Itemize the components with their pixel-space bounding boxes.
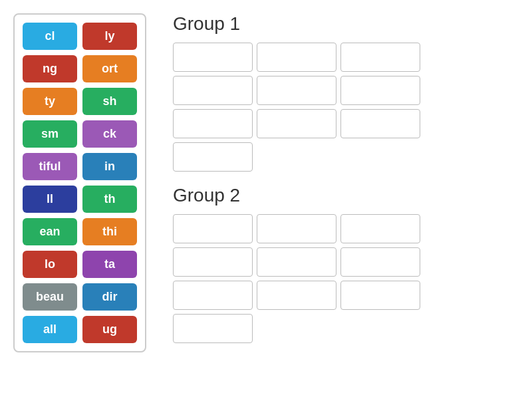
drop-cell[interactable] — [340, 247, 420, 277]
drop-cell[interactable] — [173, 76, 253, 105]
tile-row: tysh — [23, 88, 137, 115]
tile-ug[interactable]: ug — [82, 316, 137, 343]
drop-cell-single[interactable] — [173, 142, 253, 172]
tile-row: ngort — [23, 55, 137, 82]
tile-sm[interactable]: sm — [23, 120, 77, 148]
drop-target-panel: Group 1 Group 2 — [146, 13, 519, 343]
tile-ly[interactable]: ly — [82, 23, 137, 50]
drop-cell[interactable] — [257, 43, 336, 72]
drop-cell[interactable] — [173, 281, 253, 310]
drop-cell[interactable] — [340, 76, 420, 105]
tile-row: beaudir — [23, 283, 137, 311]
drop-cell[interactable] — [173, 43, 253, 72]
tile-ck[interactable]: ck — [82, 120, 137, 148]
group1-grid — [173, 43, 519, 172]
tile-all[interactable]: all — [23, 316, 77, 343]
drop-cell[interactable] — [340, 109, 420, 138]
tile-row: eanthi — [23, 218, 137, 245]
tile-row: clly — [23, 23, 137, 50]
group2-grid — [173, 214, 519, 343]
tile-lo[interactable]: lo — [23, 251, 77, 278]
drop-cell[interactable] — [173, 109, 253, 138]
drop-cell-single[interactable] — [173, 314, 253, 343]
group1-title: Group 1 — [173, 13, 519, 35]
group2-title: Group 2 — [173, 185, 519, 206]
drop-cell[interactable] — [340, 43, 420, 72]
tile-row: smck — [23, 120, 137, 148]
drop-cell[interactable] — [173, 247, 253, 277]
tile-dir[interactable]: dir — [82, 283, 137, 311]
group1-section: Group 1 — [173, 13, 519, 172]
drop-cell[interactable] — [257, 247, 336, 277]
tile-ort[interactable]: ort — [82, 55, 137, 82]
tile-th[interactable]: th — [82, 186, 137, 213]
tile-ean[interactable]: ean — [23, 218, 77, 245]
tile-in[interactable]: in — [82, 153, 137, 180]
tile-cl[interactable]: cl — [23, 23, 77, 50]
drop-cell[interactable] — [173, 214, 253, 243]
tile-ty[interactable]: ty — [23, 88, 77, 115]
tile-tiful[interactable]: tiful — [23, 153, 77, 180]
tile-source-panel: cllyngorttyshsmcktifulinlltheanthilotabe… — [13, 13, 146, 352]
tile-beau[interactable]: beau — [23, 283, 77, 311]
tile-sh[interactable]: sh — [82, 88, 137, 115]
drop-cell[interactable] — [257, 109, 336, 138]
tile-ll[interactable]: ll — [23, 186, 77, 213]
drop-cell[interactable] — [257, 76, 336, 105]
tile-ta[interactable]: ta — [82, 251, 137, 278]
drop-cell[interactable] — [340, 281, 420, 310]
tile-row: tifulin — [23, 153, 137, 180]
tile-thi[interactable]: thi — [82, 218, 137, 245]
tile-ng[interactable]: ng — [23, 55, 77, 82]
tile-row: llth — [23, 186, 137, 213]
tile-row: allug — [23, 316, 137, 343]
tile-row: lota — [23, 251, 137, 278]
drop-cell[interactable] — [340, 214, 420, 243]
drop-cell[interactable] — [257, 214, 336, 243]
group2-section: Group 2 — [173, 185, 519, 343]
drop-cell[interactable] — [257, 281, 336, 310]
